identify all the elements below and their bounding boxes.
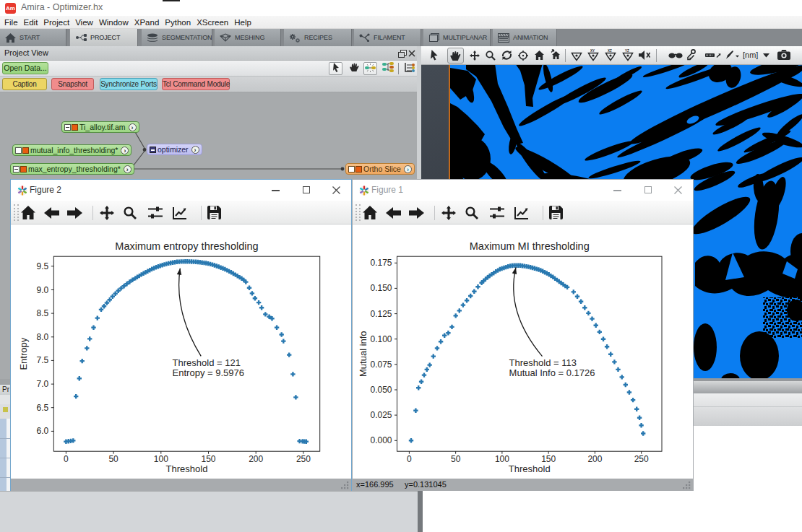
svg-text:0.025: 0.025 bbox=[370, 410, 392, 420]
svg-text:0.150: 0.150 bbox=[370, 283, 392, 293]
svg-text:200: 200 bbox=[587, 454, 602, 464]
svg-text:6.5: 6.5 bbox=[37, 403, 49, 413]
svg-text:7.0: 7.0 bbox=[37, 379, 49, 389]
svg-text:YZ: YZ bbox=[625, 49, 629, 53]
svg-text:0.050: 0.050 bbox=[370, 385, 392, 395]
svg-text:50: 50 bbox=[108, 454, 118, 464]
svg-text:9.0: 9.0 bbox=[37, 285, 49, 295]
svg-text:250: 250 bbox=[634, 454, 649, 464]
svg-text:0.175: 0.175 bbox=[370, 258, 392, 268]
svg-text:7.5: 7.5 bbox=[37, 355, 49, 365]
svg-text:100: 100 bbox=[495, 454, 509, 464]
svg-text:0.000: 0.000 bbox=[370, 435, 392, 445]
svg-text:0: 0 bbox=[64, 454, 69, 464]
svg-text:Threshold: Threshold bbox=[509, 463, 551, 474]
svg-text:Maximum entropy thresholding: Maximum entropy thresholding bbox=[115, 240, 258, 252]
svg-text:Mutual Info = 0.1726: Mutual Info = 0.1726 bbox=[509, 367, 595, 378]
svg-text:Entropy: Entropy bbox=[18, 337, 29, 370]
svg-text:Maximum MI thresholding: Maximum MI thresholding bbox=[470, 240, 590, 252]
svg-text:0.100: 0.100 bbox=[370, 334, 392, 344]
svg-text:6.0: 6.0 bbox=[37, 426, 49, 436]
svg-text:8.5: 8.5 bbox=[37, 308, 49, 318]
svg-text:Threshold: Threshold bbox=[166, 463, 208, 474]
svg-text:Threshold = 113: Threshold = 113 bbox=[509, 357, 577, 368]
svg-text:50: 50 bbox=[451, 454, 461, 464]
svg-text:0.075: 0.075 bbox=[370, 359, 392, 370]
svg-text:XZ: XZ bbox=[608, 49, 612, 53]
svg-text:XY: XY bbox=[590, 49, 595, 53]
svg-text:8.0: 8.0 bbox=[37, 332, 49, 342]
svg-text:250: 250 bbox=[296, 454, 311, 464]
svg-text:Mutual info: Mutual info bbox=[358, 331, 369, 377]
svg-text:9.5: 9.5 bbox=[37, 261, 49, 271]
svg-text:200: 200 bbox=[249, 454, 263, 464]
svg-text:0: 0 bbox=[407, 454, 412, 464]
svg-text:0.125: 0.125 bbox=[370, 309, 392, 319]
svg-text:Entropy = 9.5976: Entropy = 9.5976 bbox=[173, 367, 244, 378]
svg-text:Threshold = 121: Threshold = 121 bbox=[173, 357, 241, 368]
